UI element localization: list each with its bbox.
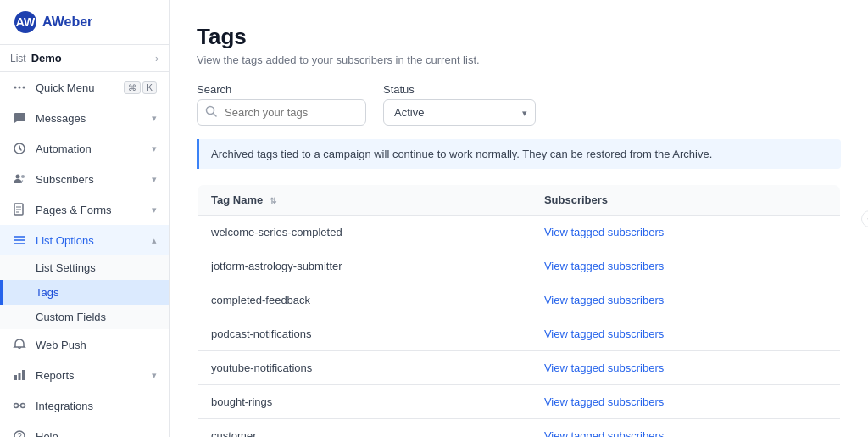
table-row: customerView tagged subscribers [198, 419, 841, 438]
info-banner: Archived tags tied to a campaign will co… [197, 139, 841, 169]
sidebar-item-messages[interactable]: Messages ▾ [0, 103, 169, 133]
sidebar-item-help[interactable]: ? Help [0, 421, 169, 437]
integrations-icon [12, 398, 27, 413]
quick-menu-icon [12, 80, 27, 95]
tag-name-cell: welcome-series-completed [198, 216, 531, 249]
automation-icon [12, 141, 27, 156]
sidebar-item-list-settings[interactable]: List Settings [0, 255, 169, 280]
chevron-down-icon: ▾ [152, 143, 157, 154]
table-row: completed-feedbackView tagged subscriber… [198, 283, 841, 317]
help-icon: ? [12, 429, 27, 437]
keyboard-shortcut: ⌘ K [124, 81, 157, 94]
chevron-down-icon: ▾ [152, 174, 157, 185]
list-label: List [10, 53, 26, 64]
sidebar-item-integrations[interactable]: Integrations [0, 390, 169, 421]
sidebar-item-list-options[interactable]: List Options ▴ [0, 225, 169, 255]
sidebar-item-label: Help [36, 430, 157, 438]
custom-fields-label: Custom Fields [36, 311, 106, 323]
sidebar-item-subscribers[interactable]: Subscribers ▾ [0, 164, 169, 194]
column-header-tag-name[interactable]: Tag Name ⇅ [198, 185, 531, 216]
view-tagged-subscribers-link[interactable]: View tagged subscribers [544, 429, 664, 437]
search-icon [205, 105, 217, 120]
svg-point-18 [14, 404, 19, 408]
table-row: podcast-notificationsView tagged subscri… [198, 317, 841, 351]
sidebar-item-tags[interactable]: Tags [0, 280, 169, 305]
tags-label: Tags [36, 286, 58, 299]
svg-point-2 [19, 87, 21, 89]
page-subtitle: View the tags added to your subscribers … [197, 53, 841, 66]
view-tagged-subscribers-link[interactable]: View tagged subscribers [544, 361, 664, 374]
messages-icon [12, 110, 27, 126]
aweber-icon: AW [14, 10, 37, 34]
view-tagged-subscribers-link[interactable]: View tagged subscribers [544, 328, 664, 340]
sidebar-item-quick-menu[interactable]: Quick Menu ⌘ K [0, 72, 169, 103]
tag-action-cell: View tagged subscribers [531, 419, 841, 438]
search-input[interactable] [197, 99, 366, 126]
tag-name-cell: completed-feedback [198, 283, 531, 317]
sidebar-item-automation[interactable]: Automation ▾ [0, 133, 169, 164]
sidebar: AW AWeber List Demo › Quick Menu ⌘ K [0, 0, 170, 437]
svg-rect-15 [14, 375, 17, 380]
tags-table: Tag Name ⇅ Subscribers welcome-series-co… [197, 184, 841, 437]
search-wrapper [197, 99, 366, 126]
web-push-icon [12, 337, 27, 352]
sidebar-item-label: Web Push [36, 339, 157, 351]
sidebar-item-label: Automation [36, 143, 143, 155]
filter-row: Search Status Active Archived All ▾ [197, 83, 841, 126]
view-tagged-subscribers-link[interactable]: View tagged subscribers [544, 294, 664, 306]
svg-text:AW: AW [16, 15, 36, 29]
table-row: jotform-astrology-submitterView tagged s… [198, 249, 841, 283]
search-label: Search [197, 83, 366, 96]
status-select-wrapper: Active Archived All ▾ [383, 99, 536, 126]
view-tagged-subscribers-link[interactable]: View tagged subscribers [544, 260, 664, 272]
tag-action-cell: View tagged subscribers [531, 216, 841, 249]
list-name: Demo [31, 52, 150, 64]
view-tagged-subscribers-link[interactable]: View tagged subscribers [544, 226, 664, 238]
column-header-subscribers: Subscribers [531, 185, 841, 216]
sidebar-item-pages-forms[interactable]: Pages & Forms ▾ [0, 194, 169, 225]
tag-name-cell: bought-rings [198, 385, 531, 419]
svg-text:?: ? [17, 432, 22, 437]
sidebar-logo: AW AWeber [0, 0, 169, 45]
tag-action-cell: View tagged subscribers [531, 385, 841, 419]
sidebar-item-web-push[interactable]: Web Push [0, 329, 169, 360]
sidebar-item-reports[interactable]: Reports ▾ [0, 360, 169, 390]
table-row: youtube-notificationsView tagged subscri… [198, 351, 841, 385]
tag-action-cell: View tagged subscribers [531, 317, 841, 351]
chevron-down-icon: ▾ [152, 370, 157, 381]
list-settings-label: List Settings [36, 261, 96, 274]
svg-line-24 [214, 114, 217, 117]
sidebar-item-label: Messages [36, 112, 143, 125]
tag-action-cell: View tagged subscribers [531, 351, 841, 385]
tag-name-cell: jotform-astrology-submitter [198, 249, 531, 283]
sidebar-item-label: Pages & Forms [36, 204, 143, 216]
svg-rect-17 [22, 370, 25, 380]
status-group: Status Active Archived All ▾ [383, 83, 536, 126]
tag-action-cell: View tagged subscribers [531, 249, 841, 283]
sidebar-item-label: Subscribers [36, 173, 143, 186]
sort-icon: ⇅ [270, 196, 276, 205]
table-row: bought-ringsView tagged subscribers [198, 385, 841, 419]
view-tagged-subscribers-link[interactable]: View tagged subscribers [544, 395, 664, 408]
chevron-down-icon: ▾ [152, 204, 157, 216]
chevron-down-icon: ▾ [152, 113, 157, 124]
sidebar-nav: Quick Menu ⌘ K Messages ▾ Automation ▾ [0, 72, 169, 437]
pages-forms-icon [12, 202, 27, 217]
status-select[interactable]: Active Archived All [383, 99, 536, 126]
sidebar-item-custom-fields[interactable]: Custom Fields [0, 305, 169, 329]
sidebar-item-label: Quick Menu [36, 81, 115, 94]
page-title: Tags [197, 24, 841, 50]
logo-text: AWeber [42, 14, 92, 30]
tag-action-cell: View tagged subscribers [531, 283, 841, 317]
svg-point-7 [21, 175, 25, 178]
search-group: Search [197, 83, 366, 126]
reports-icon [12, 367, 27, 383]
main-content: Tags View the tags added to your subscri… [170, 0, 868, 437]
svg-rect-16 [19, 373, 21, 380]
table-row: welcome-series-completedView tagged subs… [198, 216, 841, 249]
tag-name-cell: customer [198, 419, 531, 438]
list-selector[interactable]: List Demo › [0, 45, 169, 72]
svg-point-3 [14, 87, 17, 89]
svg-point-19 [21, 404, 25, 408]
sidebar-item-label: List Options [36, 234, 143, 247]
